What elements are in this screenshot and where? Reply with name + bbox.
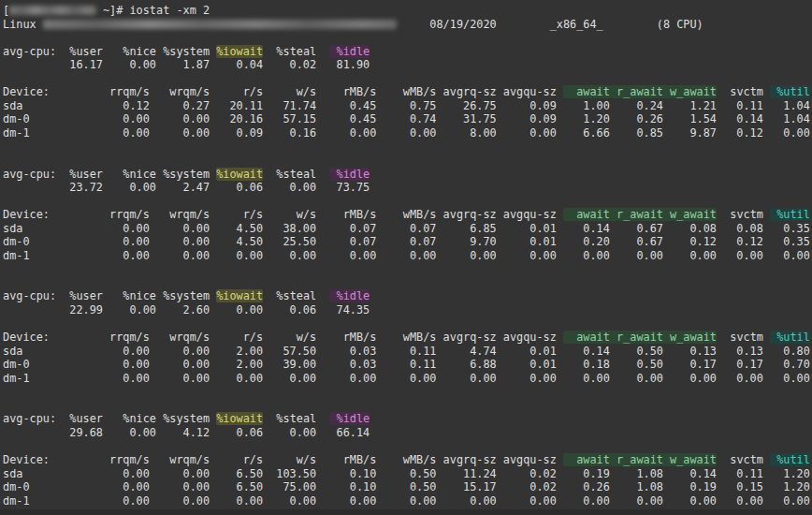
device-row-dm-0: dm-0 0.00 0.00 20.16 57.15 0.45 0.74 31.… [3, 112, 810, 125]
cpu-values-line: 22.99 0.00 2.60 0.00 0.06 74.35 [3, 303, 370, 316]
device-row-dm-1: dm-1 0.00 0.00 0.09 0.16 0.00 0.00 8.00 … [3, 126, 810, 140]
cpu-header-idle: %idle [329, 289, 370, 302]
device-header-util: %util [770, 453, 810, 466]
device-row-dm-0: dm-0 0.00 0.00 2.00 39.00 0.03 0.11 6.88… [3, 358, 810, 371]
device-row-dm-0: dm-0 0.00 0.00 6.50 75.00 0.10 0.50 15.1… [3, 480, 810, 493]
device-row-sda: sda 0.00 0.00 6.50 103.50 0.10 0.50 11.2… [3, 467, 810, 480]
sysinfo-line: Linux 08/19/2020 _x86_64_ (8 CPU) [3, 18, 703, 31]
cpu-header-idle: %idle [329, 168, 370, 181]
cpu-header-iowait: %iowait [216, 289, 263, 302]
device-header-util: %util [770, 208, 810, 221]
cpu-header-iowait: %iowait [216, 168, 263, 181]
device-row-dm-1: dm-1 0.00 0.00 0.00 0.00 0.00 0.00 0.00 … [3, 249, 810, 262]
cpu-header-iowait: %iowait [216, 45, 263, 58]
redacted-kernel-version [43, 20, 397, 29]
cpu-header-idle: %idle [329, 45, 370, 58]
device-header-util: %util [770, 85, 810, 98]
cpu-values-line: 23.72 0.00 2.47 0.06 0.00 73.75 [3, 181, 370, 194]
prompt-line: [ ~]# iostat -xm 2 [3, 4, 210, 17]
device-header-line: Device: rrqm/s wrqm/s r/s w/s rMB/s wMB/… [3, 453, 810, 466]
device-row-sda: sda 0.00 0.00 2.00 57.50 0.03 0.11 4.74 … [3, 345, 810, 358]
cpu-header-line: avg-cpu: %user %nice %system %iowait %st… [3, 168, 370, 181]
cpu-header-line: avg-cpu: %user %nice %system %iowait %st… [3, 412, 370, 425]
cpu-values-line: 29.68 0.00 4.12 0.06 0.00 66.14 [3, 426, 370, 439]
terminal-bottom-edge [0, 509, 812, 515]
device-row-dm-1: dm-1 0.00 0.00 0.00 0.00 0.00 0.00 0.00 … [3, 494, 810, 508]
cpu-header-iowait: %iowait [216, 412, 263, 425]
device-row-dm-0: dm-0 0.00 0.00 4.50 25.50 0.07 0.07 9.70… [3, 235, 810, 248]
device-header-await-group: await r_await w_await [563, 331, 717, 344]
device-header-await-group: await r_await w_await [563, 453, 717, 466]
cpu-header-line: avg-cpu: %user %nice %system %iowait %st… [3, 45, 370, 58]
device-header-await-group: await r_await w_await [563, 85, 717, 98]
redacted-hostname [9, 6, 96, 15]
device-header-line: Device: rrqm/s wrqm/s r/s w/s rMB/s wMB/… [3, 208, 810, 221]
terminal-window: [ ~]# iostat -xm 2 Linux 08/19/2020 _x86… [0, 0, 812, 508]
cpu-header-line: avg-cpu: %user %nice %system %iowait %st… [3, 289, 370, 302]
device-row-dm-1: dm-1 0.00 0.00 0.00 0.00 0.00 0.00 0.00 … [3, 372, 810, 385]
device-row-sda: sda 0.00 0.00 4.50 38.00 0.07 0.07 6.85 … [3, 222, 810, 235]
device-header-util: %util [770, 331, 810, 344]
device-header-await-group: await r_await w_await [563, 208, 717, 221]
cpu-header-idle: %idle [329, 412, 370, 425]
device-header-line: Device: rrqm/s wrqm/s r/s w/s rMB/s wMB/… [3, 331, 810, 344]
terminal-output[interactable]: [ ~]# iostat -xm 2 Linux 08/19/2020 _x86… [0, 0, 812, 508]
device-header-line: Device: rrqm/s wrqm/s r/s w/s rMB/s wMB/… [3, 85, 810, 98]
cpu-values-line: 16.17 0.00 1.87 0.04 0.02 81.90 [3, 58, 370, 71]
device-row-sda: sda 0.12 0.27 20.11 71.74 0.45 0.75 26.7… [3, 99, 810, 112]
